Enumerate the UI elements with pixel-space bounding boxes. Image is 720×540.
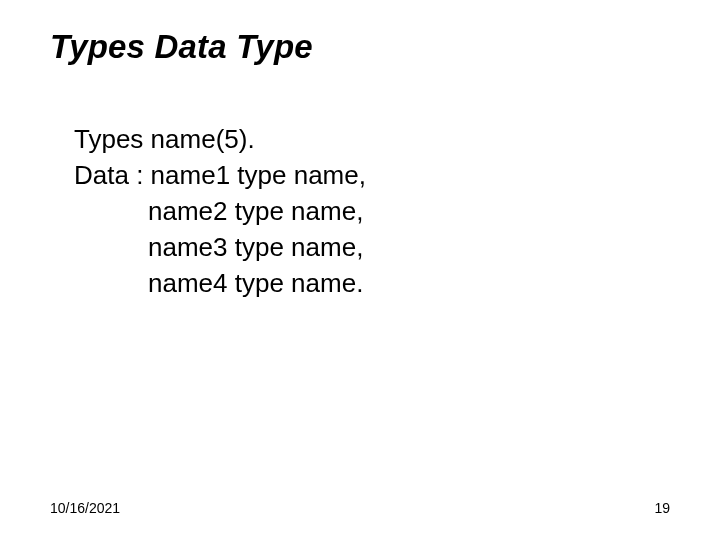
footer-page-number: 19 [654,500,670,516]
body-line-3: name2 type name, [74,194,670,230]
slide-body: Types name(5). Data : name1 type name, n… [50,122,670,301]
body-line-1: Types name(5). [74,122,670,158]
body-line-4: name3 type name, [74,230,670,266]
body-line-2: Data : name1 type name, [74,158,670,194]
footer-date: 10/16/2021 [50,500,120,516]
slide: Types Data Type Types name(5). Data : na… [0,0,720,540]
slide-title: Types Data Type [50,28,670,66]
body-line-5: name4 type name. [74,266,670,302]
